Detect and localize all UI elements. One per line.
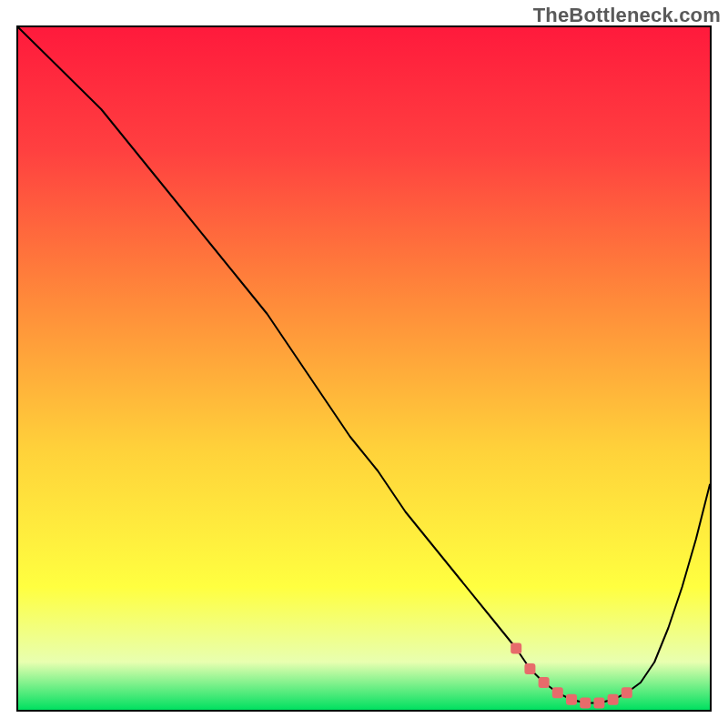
optimal-marker xyxy=(608,694,619,705)
optimal-marker xyxy=(524,663,535,674)
plot-area xyxy=(16,25,712,712)
optimal-marker xyxy=(622,687,632,698)
optimal-marker xyxy=(511,643,521,654)
optimal-marker xyxy=(539,677,550,688)
optimal-marker xyxy=(580,698,591,709)
chart-frame: TheBottleneck.com xyxy=(0,0,728,728)
watermark-text: TheBottleneck.com xyxy=(533,4,721,27)
gradient-background xyxy=(18,27,710,710)
optimal-marker xyxy=(552,687,563,698)
optimal-marker xyxy=(593,698,604,709)
optimal-marker xyxy=(566,694,577,705)
chart-svg xyxy=(18,27,710,710)
